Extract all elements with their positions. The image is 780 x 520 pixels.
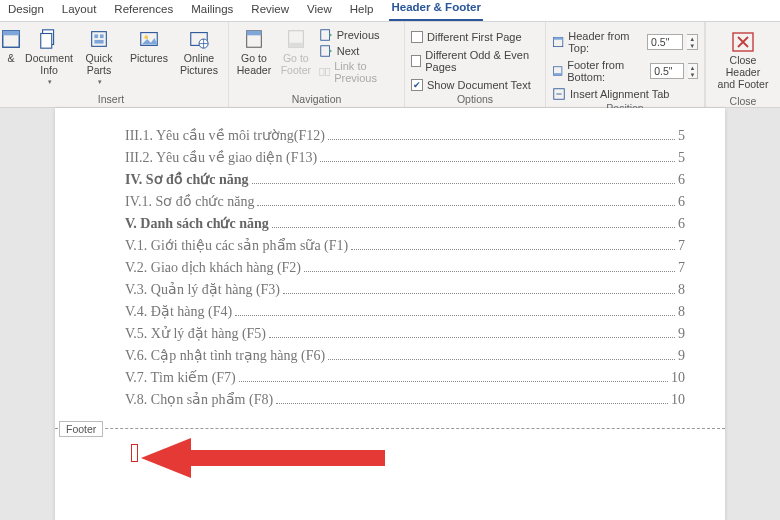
svg-rect-7 [94,40,103,44]
toc-content: III.1. Yêu cầu về môi trường(F12)5III.2.… [55,108,725,408]
header-icon [0,28,23,50]
tab-header-footer[interactable]: Header & Footer [389,0,482,21]
toc-page: 9 [678,348,685,364]
footer-divider [55,428,725,429]
toc-line: V.5. Xử lý đặt hàng (F5)9 [125,325,685,342]
toc-page: 9 [678,326,685,342]
toc-page: 7 [678,238,685,254]
toc-dots [283,287,675,294]
pictures-icon [137,28,161,50]
next-button[interactable]: Next [319,44,398,58]
ribbon-partial-button[interactable]: & [0,26,22,66]
svg-rect-15 [288,43,303,48]
toc-line: V.1. Giới thiệu các sản phẩm sữa (F1)7 [125,237,685,254]
toc-dots [328,353,675,360]
toc-dots [252,177,675,184]
tab-layout[interactable]: Layout [60,0,99,21]
toc-text: V.7. Tìm kiếm (F7) [125,369,236,386]
toc-line: V.2. Giao dịch khách hàng (F2)7 [125,259,685,276]
previous-icon [319,28,333,42]
document-info-button[interactable]: Document Info▾ [26,26,72,90]
goto-header-button[interactable]: Go to Header [235,26,273,78]
toc-text: V. Danh sách chức năng [125,215,269,232]
document-page[interactable]: III.1. Yêu cầu về môi trường(F12)5III.2.… [55,108,725,520]
svg-rect-19 [325,68,329,75]
toc-line: V.4. Đặt hàng (F4)8 [125,303,685,320]
pictures-button[interactable]: Pictures [126,26,172,66]
checkbox-icon [411,31,423,43]
toc-dots [235,309,675,316]
next-icon [319,44,333,58]
toc-line: IV.1. Sơ đồ chức năng6 [125,193,685,210]
svg-rect-4 [92,32,107,47]
toc-text: III.1. Yêu cầu về môi trường(F12) [125,127,325,144]
toc-page: 6 [678,216,685,232]
toc-line: V. Danh sách chức năng6 [125,215,685,232]
footer-bottom-input[interactable]: 0.5" [650,63,684,79]
svg-marker-26 [141,438,385,478]
toc-dots [272,221,675,228]
tab-view[interactable]: View [305,0,334,21]
toc-text: III.2. Yêu cầu về giao diện (F13) [125,149,317,166]
ribbon-tabs: Design Layout References Mailings Review… [0,0,780,22]
toc-page: 8 [678,304,685,320]
text-cursor [131,444,138,462]
svg-rect-3 [41,34,52,49]
different-odd-even-checkbox[interactable]: Different Odd & Even Pages [411,48,539,74]
link-to-previous-button: Link to Previous [319,60,398,84]
toc-text: V.1. Giới thiệu các sản phẩm sữa (F1) [125,237,348,254]
close-header-footer-button[interactable]: Close Header and Footer [712,26,774,94]
svg-rect-6 [100,34,104,38]
toc-text: V.2. Giao dịch khách hàng (F2) [125,259,301,276]
header-top-input[interactable]: 0.5" [647,34,683,50]
footer-bottom-spinner[interactable]: ▲▼ [688,63,698,79]
svg-rect-23 [553,73,561,75]
toc-page: 10 [671,370,685,386]
svg-rect-13 [247,31,262,36]
tab-design[interactable]: Design [6,0,46,21]
goto-footer-icon [284,28,308,50]
toc-page: 8 [678,282,685,298]
previous-button[interactable]: Previous [319,28,398,42]
different-first-page-checkbox[interactable]: Different First Page [411,30,539,44]
toc-dots [239,375,668,382]
svg-rect-1 [3,31,20,36]
toc-line: III.1. Yêu cầu về môi trường(F12)5 [125,127,685,144]
tab-help[interactable]: Help [348,0,376,21]
toc-dots [269,331,675,338]
footer-from-bottom-row: Footer from Bottom: 0.5" ▲▼ [552,58,698,84]
toc-dots [304,265,675,272]
show-document-text-checkbox[interactable]: ✔ Show Document Text [411,78,539,92]
svg-rect-18 [319,68,323,75]
tab-references[interactable]: References [112,0,175,21]
alignment-tab-icon [552,87,566,101]
toc-dots [257,199,675,206]
toc-text: IV. Sơ đồ chức năng [125,171,249,188]
tab-review[interactable]: Review [249,0,291,21]
toc-page: 6 [678,194,685,210]
header-top-spinner[interactable]: ▲▼ [687,34,698,50]
toc-text: IV.1. Sơ đồ chức năng [125,193,254,210]
toc-dots [328,133,675,140]
ribbon: & Document Info▾ Quick Parts▾ Pictures O… [0,22,780,108]
svg-rect-17 [321,46,330,57]
toc-line: V.6. Cập nhật tình trạng hàng (F6)9 [125,347,685,364]
toc-page: 7 [678,260,685,276]
svg-rect-16 [321,30,330,41]
toc-line: V.3. Quản lý đặt hàng (F3)8 [125,281,685,298]
svg-point-9 [144,35,148,39]
toc-text: V.8. Chọn sản phẩm (F8) [125,391,273,408]
insert-alignment-tab-button[interactable]: Insert Alignment Tab [552,87,698,101]
online-pictures-button[interactable]: Online Pictures [176,26,222,78]
online-pictures-icon [187,28,211,50]
group-label-insert: Insert [0,92,222,105]
toc-line: III.2. Yêu cầu về giao diện (F13)5 [125,149,685,166]
close-icon [730,30,756,54]
toc-page: 5 [678,150,685,166]
tab-mailings[interactable]: Mailings [189,0,235,21]
document-workspace: III.1. Yêu cầu về môi trường(F12)5III.2.… [0,108,780,520]
toc-text: V.6. Cập nhật tình trạng hàng (F6) [125,347,325,364]
header-from-top-row: Header from Top: 0.5" ▲▼ [552,29,698,55]
annotation-arrow [135,428,395,498]
quick-parts-button[interactable]: Quick Parts▾ [76,26,122,90]
